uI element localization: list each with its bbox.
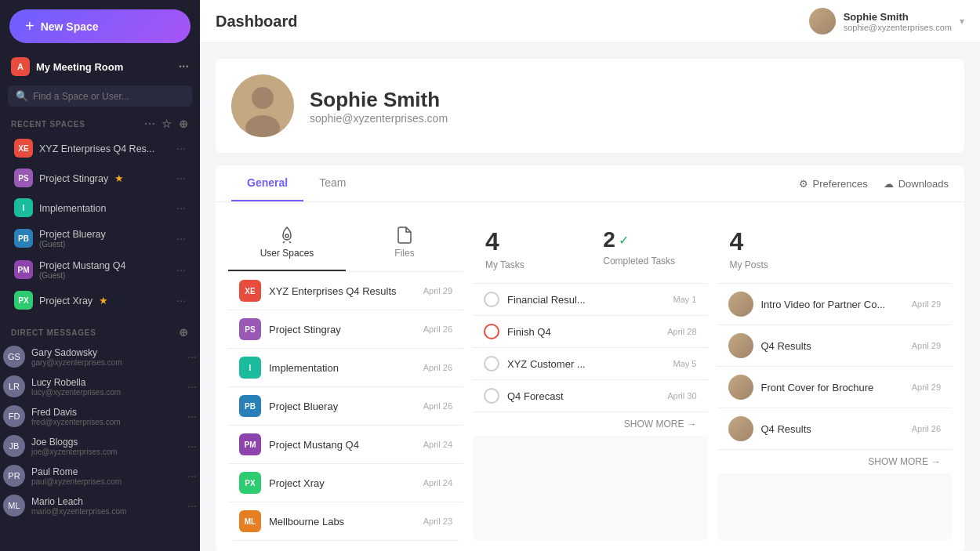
content-area: Sophie Smith sophie@xyzenterprises.com G…: [200, 43, 980, 551]
list-item[interactable]: Q4 Results April 26: [717, 408, 953, 450]
preferences-label: Preferences: [813, 178, 868, 190]
sidebar-space-i[interactable]: I Implementation ···: [3, 193, 197, 223]
task-item[interactable]: Financial Resul... May 1: [473, 284, 708, 316]
meeting-room-item[interactable]: A My Meeting Room ···: [0, 53, 200, 81]
list-item[interactable]: PX Project Xray April 24: [228, 464, 463, 502]
recent-spaces-star-icon[interactable]: ☆: [162, 118, 172, 130]
space-date: April 26: [423, 324, 452, 334]
files-tab-label: Files: [394, 248, 414, 259]
new-space-button[interactable]: + New Space: [9, 9, 191, 43]
space-date: April 29: [423, 286, 452, 295]
task-circle: [484, 356, 499, 372]
user-spaces-tab-label: User Spaces: [260, 248, 314, 259]
dm-item-pr[interactable]: PR Paul Rome paul@xyzenterprises.com ···: [0, 461, 200, 491]
task-circle: [484, 324, 499, 339]
space-label: Project Mustang Q4: [39, 260, 125, 271]
task-title: Q4 Forecast: [507, 390, 659, 402]
panel-tab-user-spaces[interactable]: User Spaces: [228, 215, 346, 271]
list-item[interactable]: I Implementation April 26: [228, 349, 463, 387]
post-avatar: [728, 416, 753, 441]
dm-menu-icon[interactable]: ···: [187, 380, 197, 393]
post-date: April 29: [912, 382, 941, 392]
topbar-avatar: [809, 8, 836, 34]
task-item[interactable]: XYZ Customer ... May 5: [473, 348, 708, 380]
recent-spaces-menu-icon[interactable]: ···: [144, 118, 155, 130]
tasks-label: My Tasks: [485, 259, 577, 270]
sidebar-space-pb[interactable]: PB Project Blueray (Guest) ···: [3, 223, 197, 254]
recent-spaces-header: RECENT SPACES ··· ☆ ⊕: [0, 111, 200, 133]
dm-item-fd[interactable]: FD Fred Davis fred@xyzenterprises.com ··…: [0, 401, 200, 431]
space-menu-icon[interactable]: ···: [176, 201, 186, 214]
posts-label: My Posts: [730, 259, 940, 270]
my-posts-section: 4 My Posts: [730, 227, 940, 270]
list-item[interactable]: Front Cover for Brochure April 29: [717, 367, 953, 408]
tasks-show-more[interactable]: SHOW MORE →: [473, 412, 708, 436]
topbar-chevron-icon[interactable]: ▾: [960, 16, 964, 27]
post-date: April 26: [912, 424, 941, 433]
dm-menu-icon[interactable]: ···: [187, 440, 197, 452]
sidebar-space-ps[interactable]: PS Project Stingray ★ ···: [3, 163, 197, 193]
tasks-list: Financial Resul... May 1 Finish Q4 April…: [473, 284, 708, 412]
list-item[interactable]: XE XYZ Enterprises Q4 Results April 29: [228, 272, 463, 310]
task-item[interactable]: Finish Q4 April 28: [473, 316, 708, 348]
dm-menu-icon[interactable]: ···: [187, 350, 197, 363]
tab-team[interactable]: Team: [303, 165, 361, 201]
my-tasks-section: 4 My Tasks: [485, 227, 577, 270]
space-menu-icon[interactable]: ···: [176, 294, 186, 306]
tasks-show-more-label: SHOW MORE: [624, 419, 684, 430]
task-title: Financial Resul...: [507, 294, 666, 306]
space-menu-icon[interactable]: ···: [176, 142, 186, 154]
list-item[interactable]: PB Project Blueray April 26: [228, 387, 463, 426]
space-avatar: XE: [14, 139, 33, 158]
topbar-user-name: Sophie Smith: [844, 11, 952, 23]
list-item[interactable]: PM Project Mustang Q4 April 24: [228, 426, 463, 464]
task-title: Finish Q4: [507, 326, 659, 338]
dm-menu-icon[interactable]: ···: [187, 499, 197, 512]
star-icon: ★: [99, 295, 108, 306]
space-date: April 24: [423, 478, 452, 488]
task-circle: [484, 388, 499, 404]
dm-menu-icon[interactable]: ···: [187, 469, 197, 482]
direct-messages-add-icon[interactable]: ⊕: [179, 326, 189, 339]
dm-item-jb[interactable]: JB Joe Bloggs joe@xyzenterprises.com ···: [0, 431, 200, 461]
list-item[interactable]: ML Mellbourne Labs April 23: [228, 502, 463, 541]
downloads-action[interactable]: ☁ Downloads: [884, 178, 949, 190]
dm-name: Lucy Robella: [31, 377, 181, 388]
recent-spaces-add-icon[interactable]: ⊕: [179, 118, 189, 130]
space-date: April 23: [423, 517, 452, 526]
dm-name: Gary Sadowsky: [31, 347, 181, 358]
sidebar-space-xe[interactable]: XE XYZ Enterprises Q4 Res... ···: [3, 133, 197, 163]
post-avatar: [728, 292, 753, 317]
dm-item-gs[interactable]: GS Gary Sadowsky gary@xyzenterprises.com…: [0, 342, 200, 372]
sidebar-space-pm[interactable]: PM Project Mustang Q4 (Guest) ···: [3, 254, 197, 285]
profile-details: Sophie Smith sophie@xyzenterprises.com: [310, 88, 448, 125]
space-name: Implementation: [269, 362, 416, 374]
main-content: Dashboard Sophie Smith sophie@xyzenterpr…: [200, 0, 980, 551]
space-badge: PX: [239, 472, 261, 494]
list-item[interactable]: PS Project Stingray April 26: [228, 310, 463, 349]
preferences-action[interactable]: ⚙ Preferences: [799, 178, 868, 190]
space-label: Project Stingray: [39, 173, 108, 184]
list-item[interactable]: Intro Video for Partner Co... April 29: [717, 284, 953, 325]
task-item[interactable]: Q4 Forecast April 30: [473, 380, 708, 412]
space-menu-icon[interactable]: ···: [176, 172, 186, 184]
topbar-user-email: sophie@xyzenterprises.com: [844, 23, 952, 32]
sidebar-space-px[interactable]: PX Project Xray ★ ···: [3, 285, 197, 315]
profile-email: sophie@xyzenterprises.com: [310, 112, 448, 125]
list-item[interactable]: Q4 Results April 29: [717, 325, 953, 367]
dm-item-lr[interactable]: LR Lucy Robella lucy@xyzenterprises.com …: [0, 372, 200, 401]
dm-name: Joe Bloggs: [31, 437, 181, 448]
panel-tab-files[interactable]: Files: [346, 215, 463, 271]
main-tabs: General Team ⚙ Preferences ☁ Downloads: [216, 165, 964, 202]
posts-show-more[interactable]: SHOW MORE →: [717, 450, 953, 473]
tab-general[interactable]: General: [231, 165, 303, 201]
space-name: Project Blueray: [269, 401, 416, 412]
dm-item-ml[interactable]: ML Mario Leach mario@xyzenterprises.com …: [0, 491, 200, 520]
space-badge: PS: [239, 318, 261, 340]
search-input[interactable]: [33, 91, 184, 102]
space-menu-icon[interactable]: ···: [176, 232, 186, 245]
meeting-room-menu[interactable]: ···: [179, 60, 189, 74]
dm-menu-icon[interactable]: ···: [187, 410, 197, 422]
space-menu-icon[interactable]: ···: [176, 263, 186, 276]
posts-arrow-icon: →: [931, 456, 941, 467]
